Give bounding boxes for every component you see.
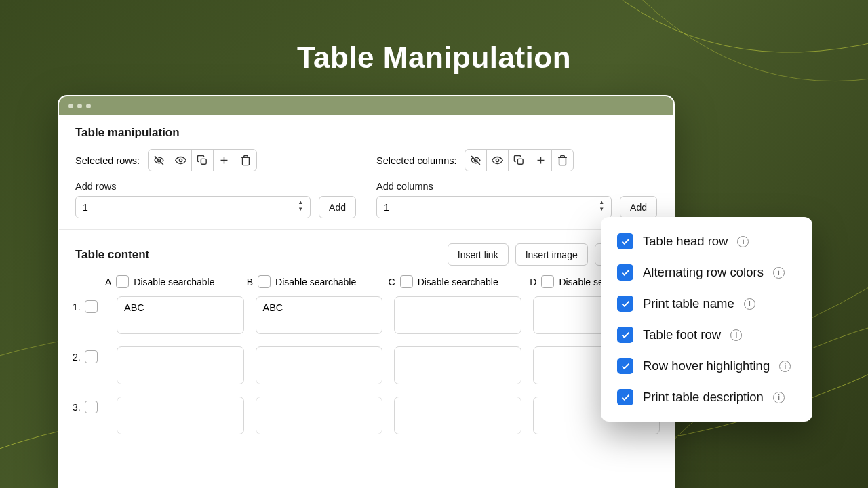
column-option-label: Disable searchable: [275, 277, 356, 287]
delete-button[interactable]: [551, 149, 574, 171]
hide-button[interactable]: [148, 149, 170, 171]
column-option-label: Disable searchable: [418, 277, 498, 287]
column-letter: C: [389, 277, 395, 287]
advanced-options-panel: Table head row i Alternating row colors …: [601, 217, 812, 422]
table-cell[interactable]: [394, 296, 521, 334]
table-row: 3.: [73, 396, 660, 434]
column-header: A Disable searchable: [105, 275, 235, 288]
option-checkbox[interactable]: [617, 389, 633, 405]
row-number: 2.: [73, 352, 81, 363]
column-header: B Disable searchable: [247, 275, 377, 288]
option-row: Print table description i: [617, 389, 796, 405]
disable-searchable-checkbox[interactable]: [541, 275, 554, 288]
add-button[interactable]: [213, 149, 235, 171]
option-row: Print table name i: [617, 296, 796, 312]
option-row: Table head row i: [617, 233, 796, 249]
section-table-content-header: Table content Insert link Insert image A…: [59, 229, 673, 275]
window-dot: [68, 104, 73, 108]
disable-searchable-checkbox[interactable]: [258, 275, 271, 288]
option-checkbox[interactable]: [617, 327, 633, 343]
option-checkbox[interactable]: [617, 358, 633, 374]
table-cell[interactable]: ABC: [117, 296, 244, 334]
row-number: 3.: [73, 402, 81, 413]
window-titlebar: [59, 96, 673, 115]
section-table-manipulation: Table manipulation Selected rows: Add: [59, 115, 673, 229]
column-letter: B: [247, 277, 253, 287]
table-row: 2.: [73, 346, 660, 384]
option-row: Alternating row colors i: [617, 264, 796, 281]
rows-button-group: [148, 149, 257, 171]
table-cell[interactable]: [394, 346, 521, 384]
table-cell[interactable]: [117, 346, 244, 384]
hide-button[interactable]: [465, 149, 487, 171]
svg-point-4: [496, 159, 499, 161]
app-window: Table manipulation Selected rows: Add: [58, 95, 675, 488]
column-option-label: Disable searchable: [134, 277, 214, 287]
row-select-checkbox[interactable]: [85, 401, 98, 413]
info-icon[interactable]: i: [779, 361, 791, 372]
section-title: Table manipulation: [75, 126, 657, 140]
option-label: Table head row: [643, 234, 728, 249]
column-letter: A: [105, 277, 111, 287]
info-icon[interactable]: i: [730, 329, 742, 341]
option-checkbox[interactable]: [617, 264, 633, 281]
page-title: Table Manipulation: [0, 0, 868, 75]
option-label: Alternating row colors: [643, 265, 764, 280]
add-rows-label: Add rows: [75, 181, 356, 192]
duplicate-button[interactable]: [508, 149, 530, 171]
option-row: Table foot row i: [617, 327, 796, 343]
add-rows-stepper[interactable]: ▲▼: [75, 196, 311, 218]
option-row: Row hover highlighting i: [617, 358, 796, 374]
table-row: 1. ABCABC: [73, 296, 660, 334]
add-button[interactable]: [530, 149, 552, 171]
info-icon[interactable]: i: [737, 236, 749, 247]
option-checkbox[interactable]: [617, 296, 633, 312]
add-columns-stepper[interactable]: ▲▼: [376, 196, 612, 218]
svg-rect-2: [201, 159, 206, 164]
add-rows-button[interactable]: Add: [319, 196, 356, 218]
stepper-arrows[interactable]: ▲▼: [298, 199, 303, 213]
add-columns-button[interactable]: Add: [620, 196, 657, 218]
window-dot: [86, 104, 91, 108]
info-icon[interactable]: i: [773, 267, 785, 279]
cols-button-group: [465, 149, 574, 171]
svg-point-1: [179, 159, 182, 161]
option-label: Print table description: [643, 390, 764, 405]
row-select-checkbox[interactable]: [85, 300, 98, 313]
table-cell[interactable]: ABC: [256, 296, 383, 334]
add-columns-input[interactable]: [384, 202, 604, 213]
option-label: Row hover highlighting: [643, 359, 770, 373]
row-number: 1.: [73, 302, 81, 312]
add-columns-label: Add columns: [376, 181, 657, 192]
section-title: Table content: [75, 248, 149, 262]
table-cell[interactable]: [256, 346, 383, 384]
info-icon[interactable]: i: [773, 392, 785, 403]
duplicate-button[interactable]: [191, 149, 214, 171]
insert-image-button[interactable]: Insert image: [515, 243, 588, 266]
info-icon[interactable]: i: [744, 298, 755, 310]
row-select-checkbox[interactable]: [85, 350, 98, 363]
option-checkbox[interactable]: [617, 233, 633, 249]
window-dot: [77, 104, 82, 108]
disable-searchable-checkbox[interactable]: [116, 275, 129, 288]
show-button[interactable]: [170, 149, 192, 171]
column-letter: D: [530, 277, 536, 287]
add-rows-input[interactable]: [83, 202, 303, 213]
option-label: Table foot row: [643, 327, 721, 342]
table-cell[interactable]: [256, 396, 383, 434]
delete-button[interactable]: [235, 149, 257, 171]
table-cell[interactable]: [394, 396, 521, 434]
table-cell[interactable]: [117, 396, 244, 434]
option-label: Print table name: [643, 296, 734, 311]
insert-link-button[interactable]: Insert link: [448, 243, 509, 266]
column-header: C Disable searchable: [389, 275, 519, 288]
selected-rows-label: Selected rows:: [75, 155, 140, 166]
show-button[interactable]: [486, 149, 509, 171]
selected-columns-label: Selected columns:: [376, 155, 456, 166]
svg-rect-5: [518, 159, 524, 164]
disable-searchable-checkbox[interactable]: [400, 275, 413, 288]
stepper-arrows[interactable]: ▲▼: [599, 199, 604, 213]
